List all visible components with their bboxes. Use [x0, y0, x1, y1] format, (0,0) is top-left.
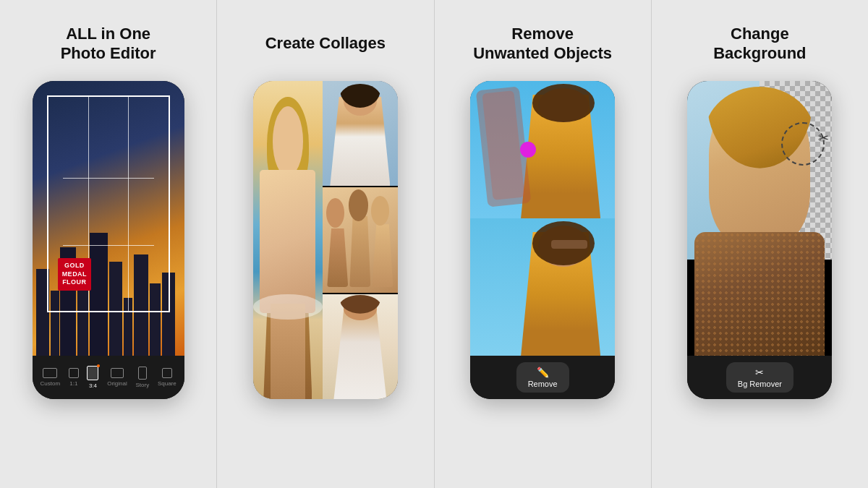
grid-line-h2	[63, 245, 154, 246]
1-1-icon	[69, 368, 79, 378]
clothing-pattern	[694, 232, 825, 356]
collage-right-panels	[323, 81, 398, 399]
collages-title: Create Collages	[265, 33, 386, 53]
figure-2	[349, 216, 370, 288]
figure-1	[327, 228, 348, 287]
phone-screen-editor: GOLDMEDALFLOUR	[33, 81, 184, 356]
bg-remover-label: Bg Remover	[738, 380, 782, 388]
section-photo-editor: ALL in One Photo Editor	[0, 0, 216, 488]
bg-title-2: Background	[713, 43, 806, 64]
head-2	[349, 189, 368, 221]
custom-icon	[43, 368, 57, 378]
bg-title-1: Change	[713, 24, 806, 44]
title-line-2: Photo Editor	[61, 43, 156, 64]
crop-toolbar: Custom 1:1 3:4 Original Story	[33, 356, 184, 399]
scissors-btn-icon: ✂	[755, 367, 764, 378]
remove-title-2: Unwanted Objects	[473, 43, 612, 64]
phone-frame-4: ✂ ✂ Bg Remover	[687, 81, 832, 399]
remove-button-label: Remove	[528, 380, 558, 388]
toolbar-1-1[interactable]: 1:1	[69, 368, 79, 387]
remove-title-1: Remove	[473, 24, 612, 44]
section-1-title: ALL in One Photo Editor	[61, 22, 156, 65]
section-2-title: Create Collages	[265, 22, 386, 65]
toolbar-custom[interactable]: Custom	[40, 368, 60, 387]
clothing-body	[694, 232, 825, 356]
section-3-title: Remove Unwanted Objects	[473, 22, 612, 65]
collage-bot-photo	[323, 294, 398, 399]
section-4-title: Change Background	[713, 22, 806, 65]
square-icon	[162, 368, 172, 378]
person-dress	[260, 170, 315, 313]
remove-toolbar: ✏️ Remove	[470, 356, 615, 399]
3-4-icon	[87, 366, 98, 380]
phone-frame-1: GOLDMEDALFLOUR Custom 1:1 3:4 Origina	[33, 81, 184, 399]
sunglasses	[551, 240, 587, 248]
toolbar-original[interactable]: Original	[107, 368, 127, 387]
section-change-bg: Change Background ✂ ✂	[651, 0, 868, 488]
figure-3	[372, 224, 393, 287]
brush-dot	[520, 142, 536, 158]
head-1	[326, 198, 344, 228]
collage-screen	[253, 81, 398, 399]
remove-before-panel	[470, 81, 615, 218]
phone-frame-3: ✏️ Remove	[470, 81, 615, 399]
bg-toolbar: ✂ Bg Remover	[687, 356, 832, 399]
collage-top-photo	[323, 81, 398, 186]
remove-after-panel	[470, 218, 615, 356]
remove-button[interactable]: ✏️ Remove	[516, 362, 569, 393]
collage-mid-photo	[323, 187, 398, 292]
active-indicator	[97, 364, 100, 367]
toolbar-story[interactable]: Story	[136, 367, 150, 388]
remove-screen	[470, 81, 615, 356]
water-splash	[253, 294, 323, 320]
collage-left-panel	[253, 81, 323, 399]
gold-medal-sign: GOLDMEDALFLOUR	[58, 258, 92, 291]
3-4-wrap	[87, 366, 98, 380]
phone-frame-2	[253, 81, 398, 399]
eraser-icon: ✏️	[537, 367, 549, 378]
title-line-1: ALL in One	[61, 24, 156, 44]
section-collages: Create Collages	[216, 0, 433, 488]
bg-remover-button[interactable]: ✂ Bg Remover	[726, 362, 793, 393]
scissors-icon: ✂	[818, 130, 829, 146]
bg-screen: ✂	[687, 81, 832, 356]
original-icon	[111, 368, 124, 378]
section-remove-objects: Remove Unwanted Objects	[434, 0, 651, 488]
person-head	[273, 106, 303, 176]
curly-hair-top	[532, 84, 595, 122]
toolbar-square[interactable]: Square	[158, 368, 176, 387]
grid-line-h1	[63, 178, 154, 179]
story-icon	[138, 367, 147, 380]
toolbar-3-4[interactable]: 3:4	[87, 366, 98, 389]
